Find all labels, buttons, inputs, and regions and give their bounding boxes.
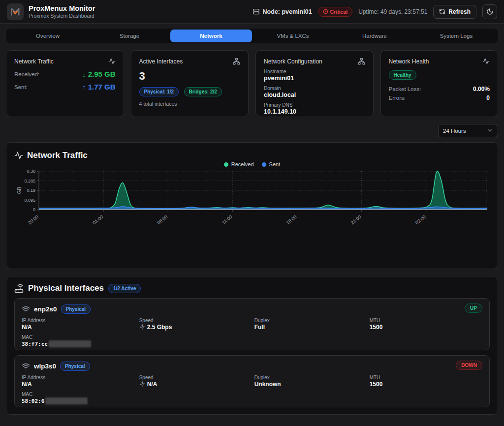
mac-value: 58:02:6 [22,398,44,404]
mtu-value: 1500 [370,324,482,331]
server-icon [252,8,260,15]
sent-legend-label: Sent [269,161,281,167]
svg-text:0.38: 0.38 [27,169,35,174]
active-interface-count: 3 [139,70,241,83]
main-tabs: Overview Storage Network VMs & LXCs Hard… [6,29,498,43]
interface-row-enp2s0: enp2s0 Physical UP IP Address N/A Speed … [14,298,490,350]
ip-value: N/A [22,381,139,388]
speed-label: Speed [139,318,254,323]
speed-label: Speed [139,375,254,380]
duplex-label: Duplex [254,375,370,380]
svg-text:11:00: 11:00 [221,214,233,225]
tab-network[interactable]: Network [170,30,252,42]
interface-status-badge: DOWN [456,361,482,370]
svg-text:0.285: 0.285 [24,179,35,183]
activity-icon [108,58,116,65]
mac-redacted-area [49,340,91,347]
app-header: ProxMenux Monitor Proxmox System Dashboa… [0,0,504,24]
activity-icon [14,151,23,160]
tab-storage[interactable]: Storage [89,30,170,42]
tab-system-logs[interactable]: System Logs [415,30,497,42]
domain-value: cloud.local [264,91,365,98]
mac-value: 38:f7:cc [22,341,48,347]
network-configuration-card: Network Configuration Hostname pvemini01… [255,50,374,117]
refresh-icon [439,8,445,15]
chevron-down-icon [487,127,493,134]
dark-mode-toggle[interactable] [482,4,497,19]
active-count-badge: 1/2 Active [108,284,141,293]
errors-value: 0 [486,94,490,101]
svg-text:06:00: 06:00 [156,214,169,225]
svg-text:0.19: 0.19 [27,188,35,193]
dns-label: Primary DNS [264,102,365,108]
svg-text:GB: GB [17,186,22,194]
speed-value: N/A [147,381,158,388]
zap-icon [139,324,145,330]
svg-text:0.095: 0.095 [24,198,35,203]
mac-label: MAC [22,335,482,340]
received-legend-label: Received [231,161,254,167]
proxmenux-logo-icon [10,6,21,17]
wifi-icon [22,305,30,313]
network-health-card: Network Health Healthy Packet Loss: 0.00… [380,50,499,117]
received-value: ↓ 2.95 GB [82,70,116,78]
sent-legend-dot [262,162,266,167]
mtu-value: 1500 [370,381,482,388]
circle-x-icon [323,9,328,14]
section-title: Physical Interfaces [28,283,104,293]
ip-label: IP Address [22,318,139,323]
packet-loss-value: 0.00% [473,86,490,92]
total-interfaces-note: 4 total interfaces [139,101,241,107]
interface-status-badge: UP [465,304,482,313]
hostname-value: pvemini01 [264,75,365,82]
ip-value: N/A [22,324,139,331]
packet-loss-label: Packet Loss: [389,86,421,92]
tab-overview[interactable]: Overview [7,30,89,42]
duplex-value: Full [254,324,370,331]
duplex-label: Duplex [254,318,370,323]
network-traffic-chart-card: Network Traffic Received Sent 00.0950.19… [6,142,498,269]
physical-interfaces-section: Physical Interfaces 1/2 Active enp2s0 Ph… [6,276,498,415]
svg-text:16:00: 16:00 [285,214,298,225]
network-icon [233,58,240,65]
node-indicator: Node: pvemini01 [252,8,312,15]
health-status-badge: Healthy [389,70,416,80]
time-range-value: 24 Hours [443,128,466,134]
moon-icon [486,8,494,15]
network-traffic-card: Network Traffic Received: ↓ 2.95 GB Sent… [6,50,124,117]
interface-type-badge: Physical [61,304,91,314]
card-title: Active Interfaces [139,58,183,65]
network-icon [358,58,365,65]
status-badge: Critical [318,7,353,17]
errors-label: Errors: [389,95,406,101]
mac-label: MAC [22,392,482,397]
svg-text:20:00: 20:00 [27,214,40,225]
card-title: Network Configuration [264,58,322,65]
card-title: Network Traffic [14,58,54,65]
interface-name: wlp3s0 [34,363,56,370]
interface-type-badge: Physical [60,362,90,371]
active-interfaces-card: Active Interfaces 3 Physical: 1/2 Bridge… [131,50,249,117]
svg-text:21:00: 21:00 [349,214,362,225]
time-range-select[interactable]: 24 Hours [438,124,498,137]
received-legend-dot [224,162,228,167]
interface-name: enp2s0 [34,305,57,313]
interface-row-wlp3s0: wlp3s0 Physical DOWN IP Address N/A Spee… [14,355,490,407]
node-label: Node: pvemini01 [263,8,312,15]
svg-text:01:00: 01:00 [92,214,104,225]
tab-hardware[interactable]: Hardware [334,30,415,42]
network-traffic-chart: 00.0950.190.2850.38GB20:0001:0006:0011:0… [14,167,491,227]
ip-label: IP Address [22,375,139,380]
tab-vms-lxcs[interactable]: VMs & LXCs [252,30,334,42]
zap-icon [139,381,145,387]
page-subtitle: Proxmox System Dashboard [29,13,95,19]
hostname-label: Hostname [264,69,365,74]
received-label: Received: [14,71,39,77]
chart-legend: Received Sent [14,161,490,167]
bridges-count-badge: Bridges: 2/2 [184,87,222,96]
wifi-icon [22,362,30,370]
status-badge-label: Critical [330,9,348,15]
uptime-label: Uptime: 49 days, 23:57:51 [358,8,427,15]
chart-title: Network Traffic [27,151,88,160]
refresh-button[interactable]: Refresh [433,5,476,19]
